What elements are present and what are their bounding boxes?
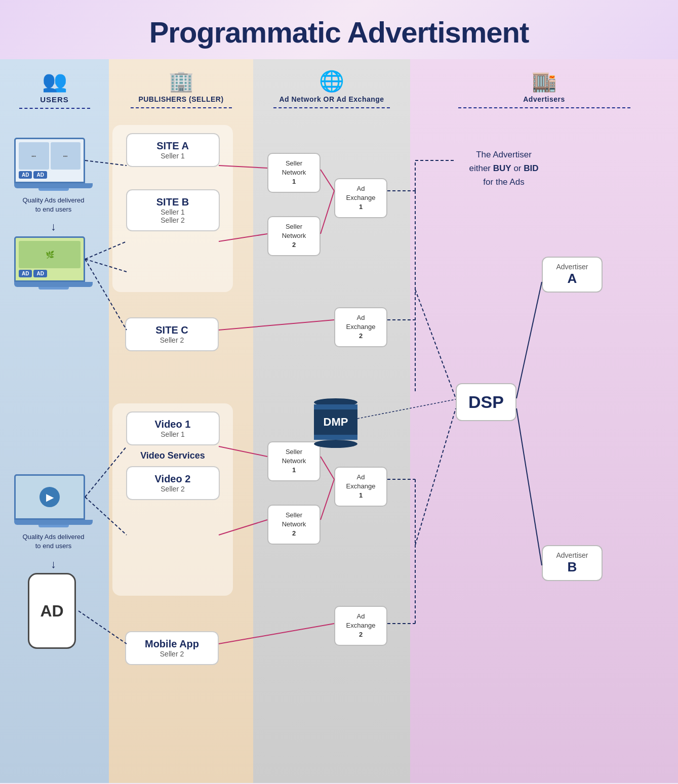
publishers-icon: 🏢 (169, 69, 194, 93)
advertisers-divider (458, 107, 630, 108)
seller-network-2-top: SellerNetwork2 (267, 216, 321, 256)
site-c-seller: Seller 2 (134, 336, 210, 344)
laptop-device-2: 🌿 AD AD (14, 236, 93, 290)
publishers-label: PUBLISHERS (SELLER) (138, 95, 223, 103)
site-c-box: SITE C Seller 2 (125, 317, 219, 351)
users-icon: 👥 (42, 69, 67, 93)
dsp-label: DSP (468, 392, 504, 411)
advertisers-icon: 🏬 (532, 69, 557, 93)
users-label: USERS (40, 95, 69, 104)
laptop-device-video: ▶ (14, 474, 93, 527)
network-icon: 🌐 (319, 69, 344, 93)
seller-network-1-top: SellerNetwork1 (267, 153, 321, 193)
video2-box: Video 2 Seller 2 (126, 466, 220, 500)
quality-text-2: Quality Ads deliveredto end users (4, 532, 103, 551)
users-divider (19, 108, 90, 109)
network-divider (273, 107, 390, 108)
phone-ad-text: AD (40, 602, 63, 621)
page-title: Programmatic Advertisment (10, 15, 668, 49)
ad-exchange-2-bottom: AdExchange2 (334, 606, 387, 646)
buy-bid-text: The Advertisereither BUY or BIDfor the A… (418, 148, 590, 189)
video2-seller: Seller 2 (135, 485, 211, 493)
site-a-name: SITE A (135, 140, 211, 152)
site-b-name: SITE B (135, 196, 211, 208)
mobile-app-box: Mobile App Seller 2 (125, 631, 219, 665)
seller-network-2-bottom: SellerNetwork2 (267, 505, 321, 545)
page-wrapper: Programmatic Advertisment 👥 USERS 🏢 PUBL… (0, 0, 678, 783)
video-services-group: Video 1 Seller 1 Video Services Video 2 … (112, 403, 233, 596)
site-c-name: SITE C (134, 324, 210, 336)
full-diagram: 👥 USERS 🏢 PUBLISHERS (SELLER) 🌐 Ad Netwo… (0, 59, 678, 783)
video1-name: Video 1 (135, 419, 211, 430)
col-users-header: 👥 USERS (0, 69, 109, 109)
publishers-divider (131, 107, 232, 108)
site-b-box: SITE B Seller 1Seller 2 (126, 189, 220, 231)
video1-seller: Seller 1 (135, 430, 211, 438)
laptop-device-1: ▪▪▪ ▪▪▪ AD AD (14, 138, 93, 191)
phone-device: AD (28, 573, 76, 649)
arrow-down-1: ↓ (51, 220, 56, 233)
video2-name: Video 2 (135, 473, 211, 485)
main-diagram: 👥 USERS 🏢 PUBLISHERS (SELLER) 🌐 Ad Netwo… (0, 59, 678, 783)
header: Programmatic Advertisment (0, 0, 678, 59)
dmp-label: DMP (324, 416, 348, 429)
col-advertisers-header: 🏬 Advertisers (410, 69, 678, 108)
dmp-container: DMP (313, 398, 358, 448)
advertisers-label: Advertisers (523, 95, 565, 103)
ad-exchange-2-top: AdExchange2 (334, 307, 387, 347)
ad-exchange-1-bottom: AdExchange1 (334, 467, 387, 507)
col-publishers-header: 🏢 PUBLISHERS (SELLER) (109, 69, 253, 108)
network-label: Ad Network OR Ad Exchange (279, 95, 384, 103)
advertiser-b-box: Advertiser B (542, 545, 603, 581)
advertiser-a-box: Advertiser A (542, 257, 603, 293)
site-b-seller: Seller 1Seller 2 (135, 208, 211, 224)
video-services-label: Video Services (140, 450, 205, 461)
video1-box: Video 1 Seller 1 (126, 411, 220, 445)
site-a-box: SITE A Seller 1 (126, 133, 220, 167)
col-network-header: 🌐 Ad Network OR Ad Exchange (253, 69, 410, 108)
advertiser-b-label: Advertiser (547, 551, 597, 559)
ad-exchange-1-top: AdExchange1 (334, 178, 387, 218)
sites-group-container: SITE A Seller 1 SITE B Seller 1Seller 2 (112, 125, 233, 292)
arrow-down-2: ↓ (51, 558, 56, 571)
quality-text-1: Quality Ads deliveredto end users (4, 196, 103, 214)
site-a-seller: Seller 1 (135, 152, 211, 160)
advertiser-b-letter: B (547, 559, 597, 575)
advertiser-a-label: Advertiser (547, 263, 597, 271)
mobile-app-seller: Seller 2 (134, 650, 210, 658)
advertiser-a-letter: A (547, 271, 597, 286)
dsp-box: DSP (456, 383, 516, 421)
mobile-app-name: Mobile App (134, 638, 210, 650)
